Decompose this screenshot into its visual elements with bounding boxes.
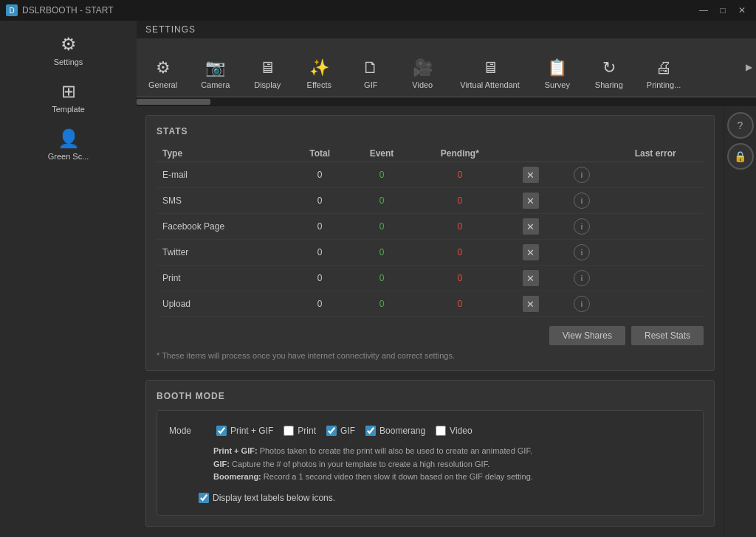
close-button[interactable]: ✕ xyxy=(734,2,750,18)
stat-pending: 0 xyxy=(414,214,505,240)
help-button[interactable]: ? xyxy=(727,112,754,139)
clear-stat-button[interactable]: ✕ xyxy=(523,167,539,183)
sidebar-item-template[interactable]: ⊞ Template xyxy=(28,75,109,119)
stat-clear-btn-cell: ✕ xyxy=(506,266,557,291)
reset-stats-button[interactable]: Reset Stats xyxy=(631,326,704,345)
col-event: Event xyxy=(349,145,414,162)
checkbox-display-labels[interactable]: Display text labels below icons. xyxy=(199,493,335,503)
stat-pending: 0 xyxy=(414,266,505,291)
info-stat-button[interactable]: i xyxy=(574,218,590,235)
nav-scroll-right[interactable]: ▶ xyxy=(741,38,756,97)
booth-mode-description: Print + GIF: Photos taken to create the … xyxy=(169,442,691,490)
effects-nav-label: Effects xyxy=(307,80,331,89)
display-nav-icon: 🖥 xyxy=(259,58,275,77)
stats-title: STATS xyxy=(157,126,704,136)
stat-event: 0 xyxy=(349,162,414,188)
view-shares-button[interactable]: View Shares xyxy=(549,326,625,345)
table-row: E-mail 0 0 0 ✕ i xyxy=(157,162,704,188)
minimize-button[interactable]: — xyxy=(695,2,712,18)
printing-nav-icon: 🖨 xyxy=(656,58,672,77)
checkbox-print[interactable]: Print xyxy=(284,426,316,436)
table-row: Twitter 0 0 0 ✕ i xyxy=(157,240,704,266)
general-nav-icon: ⚙ xyxy=(156,58,171,77)
sidebar-item-greenscreen[interactable]: 👤 Green Sc... xyxy=(28,122,109,167)
clear-stat-button[interactable]: ✕ xyxy=(523,244,539,260)
survey-nav-icon: 📋 xyxy=(547,58,567,77)
checkbox-gif[interactable]: GIF xyxy=(326,426,355,436)
top-nav: ⚙ General 📷 Camera 🖥 Display ✨ Effects 🗋… xyxy=(137,38,756,97)
checkbox-boomerang[interactable]: Boomerang xyxy=(365,426,425,436)
title-bar: D DSLRBOOTH - START — □ ✕ xyxy=(0,0,756,21)
nav-general[interactable]: ⚙ General xyxy=(137,54,189,94)
nav-display[interactable]: 🖥 Display xyxy=(241,54,293,94)
stats-actions: View Shares Reset Stats xyxy=(157,326,704,345)
booth-mode-title: BOOTH MODE xyxy=(157,391,704,401)
sharing-nav-label: Sharing xyxy=(595,80,623,89)
nav-camera[interactable]: 📷 Camera xyxy=(189,54,241,94)
col-type: Type xyxy=(157,145,290,162)
table-row: Print 0 0 0 ✕ i xyxy=(157,266,704,291)
stat-clear-btn-cell: ✕ xyxy=(506,214,557,240)
app-title-group: D DSLRBOOTH - START xyxy=(6,4,114,16)
stat-info-btn-cell: i xyxy=(556,266,607,291)
maximize-button[interactable]: □ xyxy=(715,2,731,18)
stat-last-error xyxy=(607,162,704,188)
info-stat-button[interactable]: i xyxy=(574,167,590,183)
nav-video[interactable]: 🎥 Video xyxy=(396,54,448,94)
info-stat-button[interactable]: i xyxy=(574,270,590,286)
content-area: STATS Type Total Event Pending* Last err… xyxy=(137,106,724,537)
stat-last-error xyxy=(607,188,704,214)
nav-effects[interactable]: ✨ Effects xyxy=(293,54,345,94)
info-stat-button[interactable]: i xyxy=(574,244,590,260)
nav-printing[interactable]: 🖨 Printing... xyxy=(635,54,693,94)
info-stat-button[interactable]: i xyxy=(574,193,590,209)
gif-nav-icon: 🗋 xyxy=(362,58,379,77)
stat-info-btn-cell: i xyxy=(556,188,607,214)
stat-total: 0 xyxy=(290,240,348,266)
survey-nav-label: Survey xyxy=(545,80,570,89)
stat-last-error xyxy=(607,240,704,266)
nav-survey[interactable]: 📋 Survey xyxy=(532,54,583,94)
info-stat-button[interactable]: i xyxy=(574,296,590,312)
sidebar-item-template-label: Template xyxy=(52,105,85,114)
stat-last-error xyxy=(607,214,704,240)
stat-clear-btn-cell: ✕ xyxy=(506,240,557,266)
checkbox-video[interactable]: Video xyxy=(436,426,472,436)
scroll-area: STATS Type Total Event Pending* Last err… xyxy=(137,106,756,537)
col-last-error: Last error xyxy=(607,145,704,162)
stat-total: 0 xyxy=(290,266,348,291)
stats-footnote: * These items will process once you have… xyxy=(157,351,704,360)
stat-last-error xyxy=(607,266,704,291)
stat-type: E-mail xyxy=(157,162,290,188)
clear-stat-button[interactable]: ✕ xyxy=(523,218,539,235)
stat-info-btn-cell: i xyxy=(556,240,607,266)
stat-event: 0 xyxy=(349,188,414,214)
clear-stat-button[interactable]: ✕ xyxy=(523,270,539,286)
clear-stat-button[interactable]: ✕ xyxy=(523,296,539,312)
printing-nav-label: Printing... xyxy=(647,80,681,89)
nav-sharing[interactable]: ↻ Sharing xyxy=(583,54,635,94)
stat-pending: 0 xyxy=(414,162,505,188)
lock-button[interactable]: 🔒 xyxy=(727,143,754,170)
left-sidebar: ⚙ Settings ⊞ Template 👤 Green Sc... xyxy=(0,21,137,537)
stat-pending: 0 xyxy=(414,188,505,214)
video-nav-icon: 🎥 xyxy=(413,58,433,77)
stat-type: SMS xyxy=(157,188,290,214)
sidebar-item-settings[interactable]: ⚙ Settings xyxy=(28,28,109,72)
nav-virtual-attendant[interactable]: 🖥 Virtual Attendant xyxy=(448,54,532,94)
camera-nav-icon: 📷 xyxy=(205,58,225,77)
greenscreen-icon: 👤 xyxy=(58,128,80,149)
camera-nav-label: Camera xyxy=(201,80,230,89)
stat-pending: 0 xyxy=(414,240,505,266)
clear-stat-button[interactable]: ✕ xyxy=(523,193,539,209)
effects-nav-icon: ✨ xyxy=(309,58,329,77)
virtual-attendant-nav-icon: 🖥 xyxy=(482,58,498,77)
checkbox-print-gif[interactable]: Print + GIF xyxy=(216,426,273,436)
sharing-nav-icon: ↻ xyxy=(602,58,616,77)
nav-gif[interactable]: 🗋 GIF xyxy=(345,54,396,94)
window-controls: — □ ✕ xyxy=(695,2,750,18)
stat-info-btn-cell: i xyxy=(556,162,607,188)
horizontal-scrollbar[interactable] xyxy=(137,97,756,106)
sidebar-item-greenscreen-label: Green Sc... xyxy=(48,152,89,161)
stat-last-error xyxy=(607,291,704,317)
